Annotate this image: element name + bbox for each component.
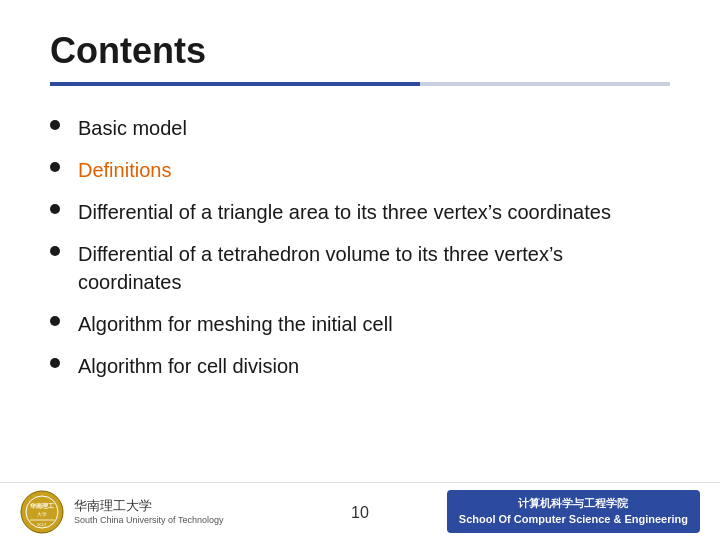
svg-text:华南理工: 华南理工 bbox=[29, 502, 54, 509]
item-text-highlight: Definitions bbox=[78, 156, 670, 184]
school-logo: 计算机科学与工程学院 School Of Computer Science & … bbox=[447, 490, 700, 533]
slide: Contents Basic model Definitions Differe… bbox=[0, 0, 720, 540]
bullet-icon bbox=[50, 246, 60, 256]
list-item: Differential of a tetrahedron volume to … bbox=[50, 240, 670, 296]
svg-text:SCUT: SCUT bbox=[37, 523, 47, 527]
item-text: Differential of a tetrahedron volume to … bbox=[78, 240, 670, 296]
list-item: Algorithm for meshing the initial cell bbox=[50, 310, 670, 338]
university-logo: 华南理工 大学 SCUT 华南理工大学 South China Universi… bbox=[20, 490, 223, 534]
item-text: Algorithm for cell division bbox=[78, 352, 670, 380]
list-item: Algorithm for cell division bbox=[50, 352, 670, 380]
page-number: 10 bbox=[351, 504, 369, 522]
divider-light bbox=[420, 82, 670, 86]
item-text: Differential of a triangle area to its t… bbox=[78, 198, 670, 226]
university-name-cn: 华南理工大学 bbox=[74, 498, 223, 515]
university-name-block: 华南理工大学 South China University of Technol… bbox=[74, 498, 223, 525]
bullet-icon bbox=[50, 120, 60, 130]
svg-text:大学: 大学 bbox=[37, 511, 47, 517]
list-item: Basic model bbox=[50, 114, 670, 142]
item-text: Algorithm for meshing the initial cell bbox=[78, 310, 670, 338]
divider bbox=[50, 82, 670, 86]
item-text: Basic model bbox=[78, 114, 670, 142]
bullet-icon bbox=[50, 358, 60, 368]
list-item: Definitions bbox=[50, 156, 670, 184]
school-name-cn: 计算机科学与工程学院 bbox=[459, 496, 688, 511]
school-name-en: School Of Computer Science & Engineering bbox=[459, 512, 688, 527]
university-emblem: 华南理工 大学 SCUT bbox=[20, 490, 64, 534]
footer: 华南理工 大学 SCUT 华南理工大学 South China Universi… bbox=[0, 482, 720, 540]
bullet-icon bbox=[50, 316, 60, 326]
slide-title: Contents bbox=[50, 30, 670, 72]
university-name-en: South China University of Technology bbox=[74, 515, 223, 525]
content-list: Basic model Definitions Differential of … bbox=[50, 114, 670, 380]
list-item: Differential of a triangle area to its t… bbox=[50, 198, 670, 226]
bullet-icon bbox=[50, 162, 60, 172]
divider-blue bbox=[50, 82, 420, 86]
bullet-icon bbox=[50, 204, 60, 214]
